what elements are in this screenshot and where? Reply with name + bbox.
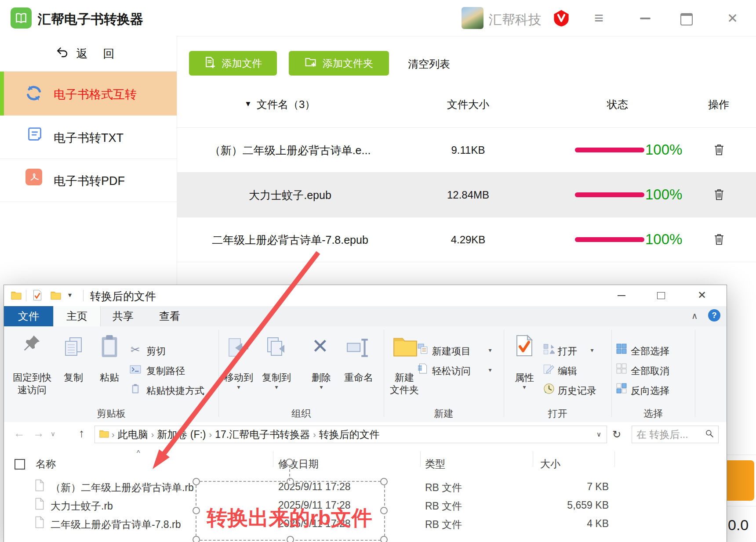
close-button[interactable]: ✕ [698,289,706,301]
edit-icon[interactable] [543,363,555,377]
dropdown-icon[interactable]: ▾ [235,383,242,390]
nav-back-icon[interactable]: ← [14,426,25,440]
delete-button[interactable]: 删除 [302,371,341,384]
breadcrumb-this-pc[interactable]: 此电脑 [115,428,151,441]
dropdown-icon[interactable]: ▾ [521,383,528,390]
tab-file[interactable]: 文件 [4,306,53,326]
delete-file-button[interactable] [713,143,725,158]
refresh-icon[interactable]: ↻ [612,428,621,441]
selection-handle[interactable] [287,478,294,485]
tab-view[interactable]: 查看 [146,306,193,326]
column-header-name[interactable]: 名称 [36,457,56,471]
properties-icon[interactable] [514,333,535,360]
delete-file-button[interactable] [713,233,725,247]
invert-selection-icon[interactable] [616,383,627,396]
column-divider[interactable] [533,451,533,467]
selection-handle[interactable] [287,536,294,542]
column-header-type[interactable]: 类型 [425,457,445,471]
column-divider[interactable] [614,451,615,467]
cut-button[interactable]: 剪切 [146,345,166,358]
edit-button[interactable]: 编辑 [558,365,577,378]
qat-dropdown-icon[interactable]: ▾ [68,291,72,299]
menu-icon[interactable]: ≡ [594,9,603,27]
open-button[interactable]: 打开 [558,345,577,358]
user-avatar[interactable] [462,7,483,29]
select-none-button[interactable]: 全部取消 [631,365,669,378]
selection-handle[interactable] [380,536,388,542]
copy-to-button[interactable]: 复制到 [257,371,296,384]
copy-icon[interactable] [63,335,84,360]
paste-icon[interactable] [98,333,121,361]
new-item-icon[interactable] [417,343,429,356]
sidebar-item-label[interactable]: 电子书转TXT [54,130,124,146]
rename-icon[interactable] [346,338,370,360]
selection-handle[interactable] [193,536,200,542]
select-all-icon[interactable] [616,343,627,356]
breadcrumb-app-folder[interactable]: 17.汇帮电子书转换器 [212,428,313,441]
column-divider[interactable] [273,451,273,467]
copy-to-icon[interactable] [265,336,288,361]
tab-home[interactable]: 主页 [53,306,101,326]
maximize-button[interactable] [657,292,665,299]
help-icon[interactable]: ? [708,309,720,322]
back-button[interactable]: 返 回 [0,36,177,72]
paste-shortcut-icon[interactable] [131,383,140,396]
breadcrumb-converted-folder[interactable]: 转换后的文件 [316,428,383,441]
add-folder-button[interactable]: 添加文件夹 [289,51,389,76]
sort-descending-icon[interactable]: ▼ [244,100,252,108]
dropdown-icon[interactable]: ▾ [487,366,494,373]
nav-recent-icon[interactable]: ∨ [51,430,55,438]
new-folder-label2[interactable]: 文件夹 [385,383,424,397]
paste-button[interactable]: 粘贴 [91,371,128,384]
nav-up-icon[interactable]: ↑ [79,426,84,440]
dropdown-icon[interactable]: ▾ [487,347,494,354]
close-button[interactable]: ✕ [727,11,738,26]
minimize-button[interactable] [618,295,625,296]
column-header-size[interactable]: 大小 [540,457,560,471]
delete-file-button[interactable] [713,188,725,202]
column-divider[interactable] [420,451,421,467]
paste-shortcut-button[interactable]: 粘贴快捷方式 [146,384,204,397]
delete-icon[interactable]: ✕ [312,334,329,358]
rotation-handle[interactable] [286,459,293,466]
maximize-button[interactable] [680,13,693,25]
address-dropdown-icon[interactable]: ∨ [596,430,601,438]
pin-icon[interactable] [22,333,42,355]
copy-path-button[interactable]: 复制路径 [146,365,185,378]
selection-handle[interactable] [380,478,388,485]
rename-button[interactable]: 重命名 [338,371,380,384]
move-to-button[interactable]: 移动到 [219,371,258,384]
history-icon[interactable] [543,383,555,397]
nav-forward-icon[interactable]: → [33,426,44,440]
open-icon[interactable] [543,343,555,357]
copy-path-icon[interactable] [130,365,141,376]
annotation-text[interactable]: 转换出来的rb文件 [196,504,383,532]
properties-qat-icon[interactable] [32,289,43,303]
search-box[interactable]: 在 转换后... [632,426,719,443]
easy-access-icon[interactable] [417,363,429,376]
address-bar[interactable]: › 此电脑 › 新加卷 (F:) › 17.汇帮电子书转换器 › 转换后的文件 … [94,426,607,443]
properties-button[interactable]: 属性 [505,371,544,384]
minimize-button[interactable] [640,18,651,19]
breadcrumb-volume[interactable]: 新加卷 (F:) [154,428,209,441]
easy-access-button[interactable]: 轻松访问 [432,365,471,378]
copy-button[interactable]: 复制 [56,371,91,384]
selection-handle[interactable] [193,478,200,485]
cut-icon[interactable]: ✂ [131,343,140,357]
folder-qat-icon[interactable] [51,291,61,302]
collapse-ribbon-icon[interactable]: ∧ [691,311,698,321]
sidebar-item-label[interactable]: 电子书转PDF [54,173,125,189]
column-header-filename[interactable]: 文件名（3） [257,98,315,112]
add-file-button[interactable]: 添加文件 [189,51,277,76]
vip-badge-icon[interactable] [552,9,571,29]
dropdown-icon[interactable]: ▾ [589,347,596,354]
move-to-icon[interactable] [227,336,250,361]
new-item-button[interactable]: 新建项目 [432,345,471,358]
new-folder-icon[interactable] [393,336,418,359]
clear-list-button[interactable]: 清空列表 [408,57,450,71]
invert-selection-button[interactable]: 反向选择 [631,384,669,397]
column-header-date[interactable]: 修改日期 [278,457,319,471]
dropdown-icon[interactable]: ▾ [273,383,280,390]
pin-to-quick-access-label2[interactable]: 速访问 [7,383,58,397]
select-all-button[interactable]: 全部选择 [631,345,669,358]
